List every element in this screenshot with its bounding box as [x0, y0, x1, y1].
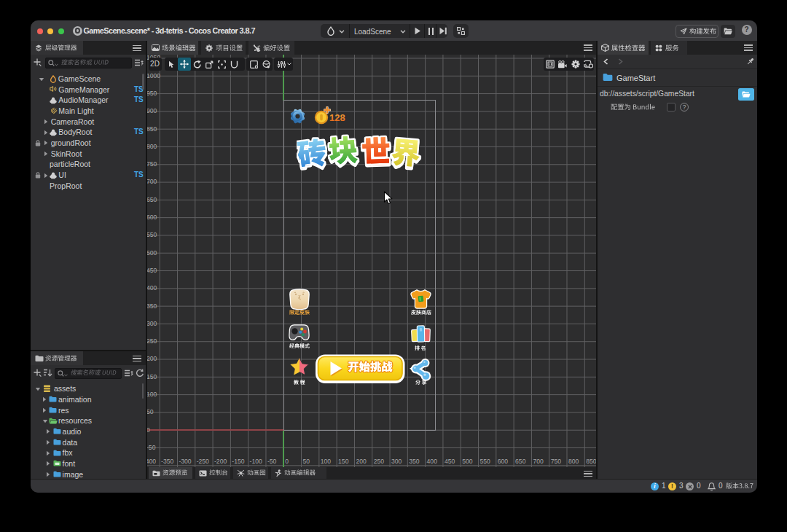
svg-text:128: 128	[329, 112, 345, 122]
